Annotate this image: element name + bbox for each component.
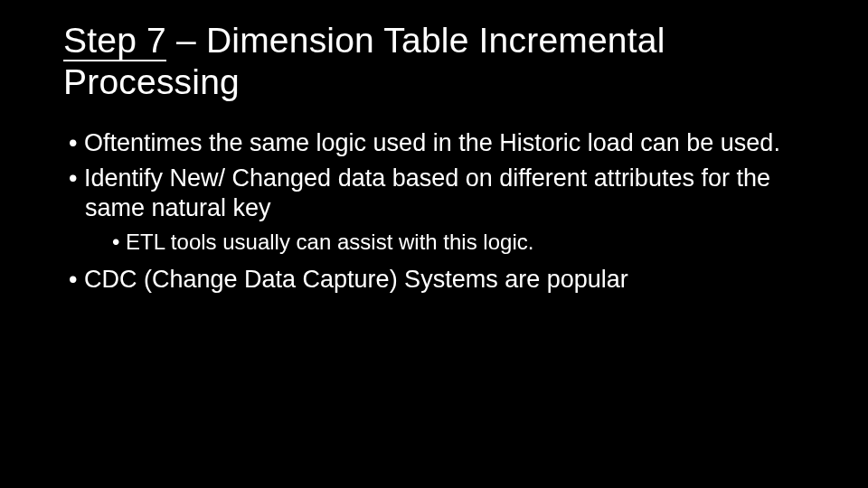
- list-item-text: Oftentimes the same logic used in the Hi…: [84, 129, 780, 156]
- bullet-list: Oftentimes the same logic used in the Hi…: [63, 128, 805, 295]
- list-item: Identify New/ Changed data based on diff…: [67, 164, 805, 256]
- slide-title: Step 7 – Dimension Table Incremental Pro…: [63, 20, 805, 103]
- title-step-label: Step 7: [63, 21, 166, 61]
- slide: Step 7 – Dimension Table Incremental Pro…: [0, 0, 868, 488]
- list-item-text: CDC (Change Data Capture) Systems are po…: [84, 266, 628, 293]
- list-item: Oftentimes the same logic used in the Hi…: [67, 128, 805, 158]
- list-item-text: ETL tools usually can assist with this l…: [126, 230, 533, 254]
- list-item: CDC (Change Data Capture) Systems are po…: [67, 265, 805, 295]
- list-item: ETL tools usually can assist with this l…: [110, 229, 805, 256]
- list-item-text: Identify New/ Changed data based on diff…: [84, 164, 770, 221]
- bullet-sublist: ETL tools usually can assist with this l…: [85, 229, 805, 256]
